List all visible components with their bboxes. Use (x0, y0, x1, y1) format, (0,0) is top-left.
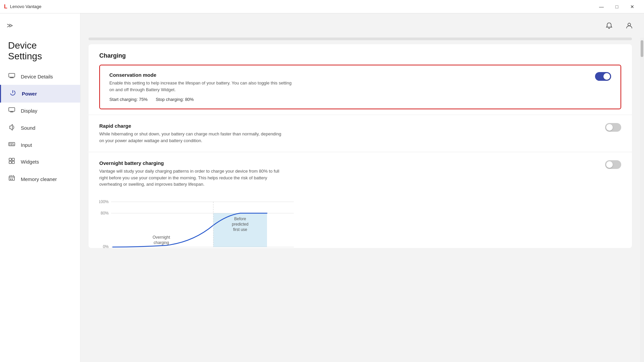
settings-card: Charging Conservation mode Enable this s… (89, 44, 632, 248)
sidebar-item-label: Widgets (21, 159, 39, 165)
device-details-icon (8, 73, 15, 80)
svg-rect-8 (9, 142, 15, 146)
app-body: ≫ Device Settings Device Details Power (0, 13, 644, 362)
memory-cleaner-icon (8, 175, 15, 183)
conservation-mode-desc: Enable this setting to help increase the… (109, 80, 297, 93)
close-button[interactable]: ✕ (625, 0, 640, 13)
top-header (80, 13, 644, 38)
sidebar-item-label: Display (21, 108, 37, 114)
svg-rect-16 (12, 158, 14, 161)
title-bar: L Lenovo Vantage — □ ✕ (0, 0, 644, 13)
stop-charging-label: Stop charging: 80% (156, 97, 194, 102)
svg-text:0%: 0% (103, 244, 109, 248)
svg-rect-0 (9, 73, 15, 77)
svg-text:100%: 100% (99, 199, 109, 204)
rapid-charge-content: Rapid charge While hibernating or shut d… (99, 123, 600, 144)
svg-rect-18 (12, 161, 14, 164)
lenovo-logo: L (4, 4, 7, 10)
sidebar-item-display[interactable]: Display (0, 103, 80, 119)
rapid-charge-row: Rapid charge While hibernating or shut d… (99, 123, 621, 144)
content-wrapper: Charging Conservation mode Enable this s… (80, 13, 644, 362)
svg-rect-17 (9, 161, 11, 164)
sidebar-item-label: Sound (21, 125, 35, 131)
svg-text:charging: charging (154, 240, 169, 245)
sidebar-item-input[interactable]: Input (0, 137, 80, 153)
account-button[interactable] (623, 19, 636, 32)
svg-rect-12 (9, 144, 10, 145)
sidebar-item-widgets[interactable]: Widgets (0, 153, 80, 170)
svg-rect-14 (13, 144, 14, 145)
rapid-charge-toggle[interactable] (605, 123, 621, 132)
input-icon (8, 141, 15, 148)
scrollbar-thumb[interactable] (641, 40, 643, 57)
sidebar-item-device-details[interactable]: Device Details (0, 68, 80, 85)
svg-rect-5 (9, 108, 15, 111)
charging-title: Charging (99, 52, 621, 59)
sidebar-item-memory-cleaner[interactable]: Memory cleaner (0, 170, 80, 188)
charging-section-header: Charging Conservation mode Enable this s… (89, 44, 632, 115)
sidebar-item-label: Input (21, 142, 32, 148)
window-controls: — □ ✕ (594, 0, 640, 13)
overnight-charging-desc: Vantage will study your daily charging p… (99, 168, 287, 188)
start-charging-label: Start charging: 75% (109, 97, 148, 102)
svg-rect-9 (9, 143, 10, 144)
conservation-mode-row: Conservation mode Enable this setting to… (109, 72, 611, 102)
sound-icon (8, 124, 15, 132)
content-main: Charging Conservation mode Enable this s… (80, 38, 640, 362)
svg-text:Before: Before (234, 217, 246, 221)
app-name: Lenovo Vantage (10, 4, 42, 9)
svg-text:80%: 80% (101, 211, 109, 216)
toggle-thumb (603, 73, 610, 80)
widgets-icon (8, 158, 15, 166)
overnight-charging-name: Overnight battery charging (99, 160, 600, 166)
svg-rect-25 (12, 179, 13, 180)
sidebar-item-power[interactable]: Power (0, 85, 80, 103)
sidebar-item-label: Power (22, 91, 37, 97)
overnight-charging-chart: 100% 80% 0% (99, 193, 621, 240)
display-icon (8, 107, 15, 114)
page-title: Device Settings (0, 35, 80, 68)
conservation-mode-toggle[interactable] (595, 72, 611, 81)
hamburger-icon: ≫ (7, 22, 13, 29)
conservation-mode-extra: Start charging: 75% Stop charging: 80% (109, 97, 590, 102)
rapid-charge-section: Rapid charge While hibernating or shut d… (89, 115, 632, 152)
svg-rect-19 (9, 176, 14, 180)
svg-point-26 (628, 23, 631, 26)
rapid-charge-desc: While hibernating or shut down, your bat… (99, 131, 287, 144)
maximize-button[interactable]: □ (609, 0, 625, 13)
minimize-button[interactable]: — (594, 0, 609, 13)
svg-text:Overnight: Overnight (153, 235, 170, 240)
scroll-indicator (89, 38, 632, 40)
svg-rect-11 (12, 143, 13, 144)
svg-rect-10 (11, 143, 12, 144)
title-bar-left: L Lenovo Vantage (4, 4, 42, 10)
conservation-mode-content: Conservation mode Enable this setting to… (109, 72, 590, 102)
sidebar-item-label: Device Details (21, 74, 53, 79)
conservation-mode-name: Conservation mode (109, 72, 590, 78)
toggle-thumb (606, 124, 613, 131)
conservation-mode-box: Conservation mode Enable this setting to… (99, 65, 621, 109)
power-icon (9, 89, 16, 98)
svg-text:first use: first use (233, 227, 247, 232)
overnight-charging-content: Overnight battery charging Vantage will … (99, 160, 600, 188)
sidebar: ≫ Device Settings Device Details Power (0, 13, 80, 362)
svg-rect-13 (11, 144, 13, 145)
notification-button[interactable] (602, 19, 616, 32)
overnight-charging-toggle[interactable] (605, 160, 621, 169)
scrollbar[interactable] (640, 38, 644, 362)
sidebar-item-sound[interactable]: Sound (0, 119, 80, 137)
hamburger-button[interactable]: ≫ (0, 16, 80, 35)
overnight-charging-row: Overnight battery charging Vantage will … (99, 160, 621, 188)
rapid-charge-name: Rapid charge (99, 123, 600, 129)
header-actions (602, 19, 636, 32)
sidebar-item-label: Memory cleaner (21, 176, 57, 182)
toggle-thumb (606, 161, 613, 168)
svg-text:predicted: predicted (232, 222, 248, 227)
svg-rect-15 (9, 158, 11, 161)
overnight-charging-section: Overnight battery charging Vantage will … (89, 152, 632, 248)
svg-rect-24 (10, 179, 11, 180)
